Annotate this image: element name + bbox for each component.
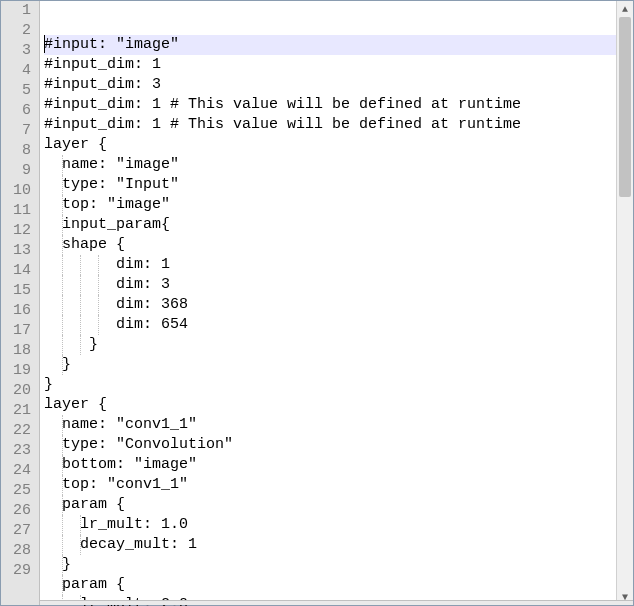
code-line[interactable]: #input_dim: 1 (44, 55, 633, 75)
code-text: top: "conv1_1" (44, 476, 188, 493)
line-number: 14 (5, 261, 31, 281)
indent-guide (62, 335, 63, 355)
line-number: 20 (5, 381, 31, 401)
code-line[interactable]: bottom: "image" (44, 455, 633, 475)
code-line[interactable]: top: "image" (44, 195, 633, 215)
code-line[interactable]: name: "image" (44, 155, 633, 175)
code-text: } (44, 356, 71, 373)
code-line[interactable]: lr_mult: 1.0 (44, 515, 633, 535)
line-number: 17 (5, 321, 31, 341)
editor-bottom-border (40, 600, 633, 605)
code-line[interactable]: #input_dim: 3 (44, 75, 633, 95)
vertical-scrollbar[interactable]: ▲ ▼ (616, 1, 633, 605)
line-number: 28 (5, 541, 31, 561)
code-line[interactable]: dim: 3 (44, 275, 633, 295)
line-number: 4 (5, 61, 31, 81)
code-line[interactable]: param { (44, 575, 633, 595)
indent-guide (80, 535, 81, 555)
line-number: 18 (5, 341, 31, 361)
code-editor[interactable]: 1234567891011121314151617181920212223242… (0, 0, 634, 606)
line-number: 27 (5, 521, 31, 541)
indent-guide (80, 335, 81, 355)
line-number: 11 (5, 201, 31, 221)
code-line[interactable]: } (44, 335, 633, 355)
line-number-gutter: 1234567891011121314151617181920212223242… (1, 1, 40, 605)
indent-guide (62, 415, 63, 435)
code-text: } (44, 556, 71, 573)
code-text: #input_dim: 1 # This value will be defin… (44, 96, 521, 113)
code-line[interactable]: } (44, 355, 633, 375)
indent-guide (98, 295, 99, 315)
indent-guide (62, 275, 63, 295)
indent-guide (98, 315, 99, 335)
code-text: #input_dim: 3 (44, 76, 161, 93)
code-line[interactable]: #input_dim: 1 # This value will be defin… (44, 115, 633, 135)
indent-guide (62, 235, 63, 255)
line-number: 12 (5, 221, 31, 241)
code-line[interactable]: type: "Convolution" (44, 435, 633, 455)
indent-guide (98, 255, 99, 275)
code-line[interactable]: layer { (44, 135, 633, 155)
scroll-up-arrow[interactable]: ▲ (617, 1, 633, 17)
indent-guide (80, 295, 81, 315)
indent-guide (62, 575, 63, 595)
indent-guide (80, 315, 81, 335)
code-line[interactable]: dim: 368 (44, 295, 633, 315)
code-line[interactable]: param { (44, 495, 633, 515)
code-text: type: "Input" (44, 176, 179, 193)
indent-guide (62, 155, 63, 175)
code-text: param { (44, 576, 125, 593)
line-number: 26 (5, 501, 31, 521)
indent-guide (62, 355, 63, 375)
code-line[interactable]: #input_dim: 1 # This value will be defin… (44, 95, 633, 115)
line-number: 19 (5, 361, 31, 381)
code-text: #input: "image" (44, 36, 179, 53)
indent-guide (62, 475, 63, 495)
code-line[interactable]: name: "conv1_1" (44, 415, 633, 435)
code-line[interactable]: input_param{ (44, 215, 633, 235)
code-text: layer { (44, 396, 107, 413)
line-number: 24 (5, 461, 31, 481)
line-number: 10 (5, 181, 31, 201)
code-text: type: "Convolution" (44, 436, 233, 453)
code-line[interactable]: } (44, 555, 633, 575)
code-line[interactable]: #input: "image" (44, 35, 633, 55)
code-line[interactable]: top: "conv1_1" (44, 475, 633, 495)
code-line[interactable]: shape { (44, 235, 633, 255)
scrollbar-thumb[interactable] (619, 17, 631, 197)
line-number: 6 (5, 101, 31, 121)
code-text: layer { (44, 136, 107, 153)
indent-guide (62, 215, 63, 235)
line-number: 23 (5, 441, 31, 461)
code-text: name: "conv1_1" (44, 416, 197, 433)
code-line[interactable]: layer { (44, 395, 633, 415)
indent-guide (62, 195, 63, 215)
code-text: #input_dim: 1 (44, 56, 161, 73)
indent-guide (62, 175, 63, 195)
code-text: name: "image" (44, 156, 179, 173)
line-number: 22 (5, 421, 31, 441)
indent-guide (80, 275, 81, 295)
code-line[interactable]: dim: 1 (44, 255, 633, 275)
code-line[interactable]: } (44, 375, 633, 395)
line-number: 1 (5, 1, 31, 21)
code-area[interactable]: #input: "image"#input_dim: 1#input_dim: … (40, 1, 633, 605)
indent-guide (62, 315, 63, 335)
line-number: 2 (5, 21, 31, 41)
code-line[interactable]: decay_mult: 1 (44, 535, 633, 555)
indent-guide (62, 555, 63, 575)
code-text: dim: 368 (44, 296, 188, 313)
code-line[interactable]: type: "Input" (44, 175, 633, 195)
indent-guide (98, 275, 99, 295)
line-number: 25 (5, 481, 31, 501)
code-text: param { (44, 496, 125, 513)
indent-guide (62, 535, 63, 555)
indent-guide (62, 255, 63, 275)
line-number: 29 (5, 561, 31, 581)
code-line[interactable]: dim: 654 (44, 315, 633, 335)
indent-guide (80, 515, 81, 535)
code-text: } (44, 336, 98, 353)
line-number: 7 (5, 121, 31, 141)
code-text: bottom: "image" (44, 456, 197, 473)
line-number: 21 (5, 401, 31, 421)
